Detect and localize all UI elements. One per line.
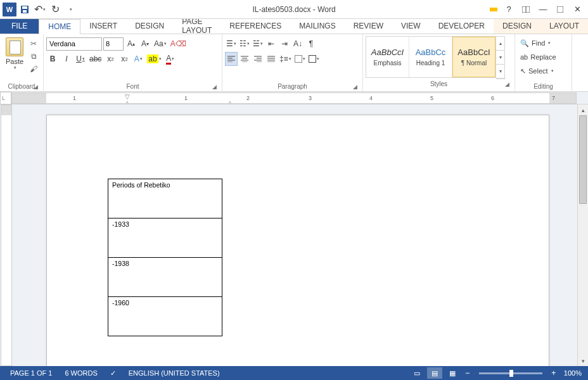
ruler-corner[interactable]: L — [0, 92, 11, 104]
style-heading1[interactable]: AaBbCc Heading 1 — [409, 37, 452, 77]
tab-view[interactable]: VIEW — [392, 18, 430, 34]
zoom-thumb[interactable] — [509, 370, 513, 377]
styles-scroll-down-icon[interactable]: ▾ — [496, 51, 504, 65]
zoom-out-button[interactable]: − — [463, 368, 473, 378]
close-icon[interactable]: ✕ — [569, 3, 585, 16]
tab-references[interactable]: REFERENCES — [220, 18, 290, 34]
copy-icon[interactable]: ⧉ — [28, 51, 39, 61]
read-mode-icon[interactable]: ▭ — [409, 367, 425, 379]
print-layout-icon[interactable]: ▤ — [427, 367, 442, 379]
horizontal-ruler[interactable]: 1 ▽ △ 1 △ 2 3 4 5 6 7 — [11, 92, 577, 104]
borders-button[interactable]: ▾ — [307, 52, 321, 66]
styles-scroll-up-icon[interactable]: ▴ — [496, 37, 504, 51]
italic-button[interactable]: I — [60, 52, 73, 66]
text-effects-button[interactable]: A▾ — [132, 52, 144, 66]
replace-button[interactable]: abReplace — [518, 50, 569, 64]
document-scroll[interactable]: Periods of Rebetiko -1933 -1938 -1960 ▤ … — [12, 104, 577, 366]
find-button[interactable]: 🔍Find▾ — [518, 36, 569, 50]
change-case-button[interactable]: Aa▾ — [153, 37, 168, 51]
zoom-level[interactable]: 100% — [561, 369, 584, 377]
tab-tools-design[interactable]: DESIGN — [494, 18, 540, 34]
tab-home[interactable]: HOME — [39, 19, 80, 34]
web-layout-icon[interactable]: ▦ — [445, 367, 460, 379]
status-language[interactable]: ENGLISH (UNITED STATES) — [122, 369, 226, 377]
redo-icon[interactable]: ↻ — [48, 3, 62, 16]
bold-button[interactable]: B — [46, 52, 59, 66]
strikethrough-button[interactable]: abc — [88, 52, 103, 66]
numbering-button[interactable]: ☷▾ — [238, 37, 251, 51]
ribbon-options-icon[interactable] — [518, 3, 534, 16]
justify-button[interactable] — [265, 52, 278, 66]
tab-mailings[interactable]: MAILINGS — [290, 18, 344, 34]
notification-icon[interactable] — [490, 8, 497, 11]
paste-button[interactable]: Paste ▾ — [3, 36, 27, 82]
font-color-button[interactable]: A▾ — [164, 52, 177, 66]
status-page[interactable]: PAGE 1 OF 1 — [4, 369, 58, 377]
minimize-icon[interactable]: — — [535, 3, 551, 16]
paragraph-launcher-icon[interactable]: ◢ — [351, 83, 359, 91]
style-normal[interactable]: AaBbCcI ¶ Normal — [452, 37, 495, 77]
tab-developer[interactable]: DEVELOPER — [430, 18, 494, 34]
grow-font-button[interactable]: A▴ — [125, 37, 137, 51]
format-painter-icon[interactable]: 🖌 — [28, 64, 39, 74]
maximize-icon[interactable] — [552, 3, 568, 16]
show-marks-button[interactable]: ¶ — [305, 37, 317, 51]
align-left-button[interactable] — [225, 52, 238, 66]
table-cell[interactable]: Periods of Rebetiko — [108, 179, 222, 218]
document-table[interactable]: Periods of Rebetiko -1933 -1938 -1960 — [108, 179, 222, 336]
vertical-scrollbar[interactable]: ▴ ▾ — [577, 104, 588, 366]
scroll-down-icon[interactable]: ▾ — [578, 355, 588, 366]
underline-button[interactable]: U▾ — [74, 52, 87, 66]
zoom-in-button[interactable]: + — [549, 368, 559, 378]
scroll-thumb[interactable] — [579, 115, 587, 204]
first-line-indent-icon[interactable]: ▽ — [125, 93, 131, 98]
shrink-font-button[interactable]: A▾ — [139, 37, 151, 51]
group-paragraph-label: Paragraph — [278, 83, 307, 90]
superscript-button[interactable]: x2 — [118, 52, 131, 66]
zoom-slider[interactable] — [479, 372, 542, 374]
styles-launcher-icon[interactable]: ◢ — [503, 80, 511, 88]
align-center-button[interactable] — [238, 52, 251, 66]
save-icon[interactable] — [18, 3, 32, 16]
decrease-indent-button[interactable]: ⇤ — [265, 37, 278, 51]
tab-page-layout[interactable]: PAGE LAYOUT — [173, 18, 220, 34]
tab-file[interactable]: FILE — [0, 18, 39, 34]
font-launcher-icon[interactable]: ◢ — [210, 83, 218, 91]
table-cell[interactable]: -1938 — [108, 258, 222, 297]
page[interactable]: Periods of Rebetiko -1933 -1938 -1960 — [46, 115, 549, 366]
hanging-indent-icon[interactable]: △ — [125, 99, 131, 104]
clear-formatting-button[interactable]: A⌫ — [169, 37, 188, 51]
undo-icon[interactable]: ↶▾ — [33, 3, 47, 16]
align-right-button[interactable] — [252, 52, 264, 66]
tab-review[interactable]: REVIEW — [345, 18, 392, 34]
status-proofing-icon[interactable]: ✓ — [104, 369, 122, 377]
table-cell[interactable]: -1960 — [108, 297, 222, 336]
sort-button[interactable]: A↓ — [291, 37, 304, 51]
tab-design[interactable]: DESIGN — [126, 18, 173, 34]
multilevel-list-button[interactable]: ☱▾ — [252, 37, 264, 51]
highlight-button[interactable]: ab▾ — [146, 52, 162, 66]
tab-tools-layout[interactable]: LAYOUT — [540, 18, 588, 34]
styles-more-icon[interactable]: ▾ — [496, 65, 504, 79]
scroll-up-icon[interactable]: ▴ — [578, 104, 588, 115]
bullets-button[interactable]: ☰▾ — [225, 37, 238, 51]
clipboard-launcher-icon[interactable]: ◢ — [32, 83, 39, 91]
styles-scroll: ▴ ▾ ▾ — [496, 36, 505, 79]
line-spacing-button[interactable]: ‡≡▾ — [278, 52, 293, 66]
font-name-select[interactable] — [46, 37, 102, 51]
status-words[interactable]: 6 WORDS — [58, 369, 103, 377]
title-bar: W ↶▾ ↻ ▾ IL-ates0503.docx - Word ? — ✕ — [0, 0, 588, 19]
qat-customize-icon[interactable]: ▾ — [63, 3, 77, 16]
tab-insert[interactable]: INSERT — [80, 18, 126, 34]
right-indent-icon[interactable]: △ — [227, 99, 234, 104]
style-emphasis[interactable]: AaBbCcI Emphasis — [366, 37, 409, 77]
help-icon[interactable]: ? — [501, 3, 517, 16]
increase-indent-button[interactable]: ⇥ — [278, 37, 291, 51]
table-cell[interactable]: -1933 — [108, 218, 222, 258]
subscript-button[interactable]: x2 — [104, 52, 117, 66]
cut-icon[interactable]: ✂ — [28, 39, 39, 49]
font-size-select[interactable] — [103, 37, 124, 51]
vertical-ruler[interactable] — [1, 104, 12, 366]
select-button[interactable]: ↖Select▾ — [518, 64, 569, 78]
shading-button[interactable]: ▾ — [293, 52, 307, 66]
